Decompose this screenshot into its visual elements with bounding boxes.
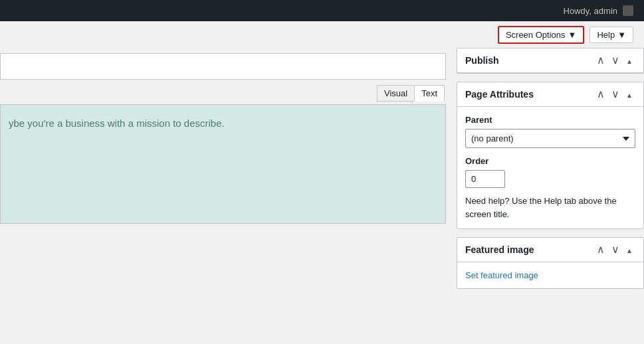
help-button[interactable]: Help ▼	[590, 27, 633, 43]
post-title-input[interactable]	[0, 53, 446, 80]
editor-content[interactable]: ybe you're a business with a mission to …	[0, 104, 446, 224]
featured-image-header: Featured image ∧ ∨	[457, 238, 643, 262]
featured-image-metabox: Featured image ∧ ∨ Set featured image	[457, 237, 644, 289]
parent-label: Parent	[465, 115, 635, 125]
tab-visual[interactable]: Visual	[377, 85, 414, 102]
page-attr-move-up-btn[interactable]: ∧	[594, 88, 607, 101]
publish-move-up-btn[interactable]: ∧	[594, 54, 607, 67]
sidebar: Publish ∧ ∨ Page Attributes ∧ ∨ Parent	[457, 48, 644, 344]
featured-image-controls: ∧ ∨	[594, 243, 635, 256]
screen-options-button[interactable]: Screen Options ▼	[498, 26, 584, 44]
order-input[interactable]	[465, 170, 505, 188]
screen-options-arrow: ▼	[568, 30, 577, 40]
admin-avatar	[623, 5, 633, 16]
editor-text: ybe you're a business with a mission to …	[9, 118, 225, 129]
main-layout: Visual Text ybe you're a business with a…	[0, 48, 644, 344]
featured-image-title: Featured image	[465, 244, 534, 255]
screen-options-label: Screen Options	[506, 30, 566, 40]
set-featured-image-link[interactable]: Set featured image	[465, 270, 538, 280]
publish-metabox-header: Publish ∧ ∨	[457, 48, 643, 73]
page-attributes-body: Parent (no parent) Order Need help? Use …	[457, 107, 643, 228]
help-label: Help	[597, 30, 615, 40]
page-attr-move-down-btn[interactable]: ∨	[609, 88, 622, 101]
howdy-text: Howdy, admin	[564, 6, 617, 16]
admin-bar: Howdy, admin	[0, 0, 644, 21]
featured-image-body: Set featured image	[457, 262, 643, 288]
page-attr-collapse-btn[interactable]	[623, 88, 635, 101]
page-attributes-metabox: Page Attributes ∧ ∨ Parent (no parent) O…	[457, 82, 644, 229]
publish-controls: ∧ ∨	[594, 54, 635, 67]
publish-move-down-btn[interactable]: ∨	[609, 54, 622, 67]
publish-metabox: Publish ∧ ∨	[457, 48, 644, 74]
featured-image-move-down-btn[interactable]: ∨	[609, 243, 622, 256]
page-attributes-controls: ∧ ∨	[594, 88, 635, 101]
help-text-need: Need help? Use the	[465, 196, 544, 206]
publish-title: Publish	[465, 55, 499, 66]
screen-options-bar: Screen Options ▼ Help ▼	[0, 21, 644, 48]
publish-collapse-btn[interactable]	[623, 54, 635, 67]
help-text-help: Help	[544, 196, 562, 206]
help-arrow: ▼	[617, 30, 626, 40]
page-attributes-header: Page Attributes ∧ ∨	[457, 82, 643, 107]
editor-area: Visual Text ybe you're a business with a…	[0, 48, 457, 344]
featured-image-move-up-btn[interactable]: ∧	[594, 243, 607, 256]
tab-text[interactable]: Text	[414, 85, 445, 102]
admin-greeting: Howdy, admin	[564, 5, 633, 16]
editor-toolbar: Visual Text	[0, 85, 446, 104]
order-label: Order	[465, 156, 635, 166]
featured-image-collapse-btn[interactable]	[623, 243, 635, 256]
help-text: Need help? Use the Help tab above the sc…	[465, 195, 635, 220]
page-attributes-title: Page Attributes	[465, 89, 534, 100]
parent-select[interactable]: (no parent)	[465, 129, 635, 148]
